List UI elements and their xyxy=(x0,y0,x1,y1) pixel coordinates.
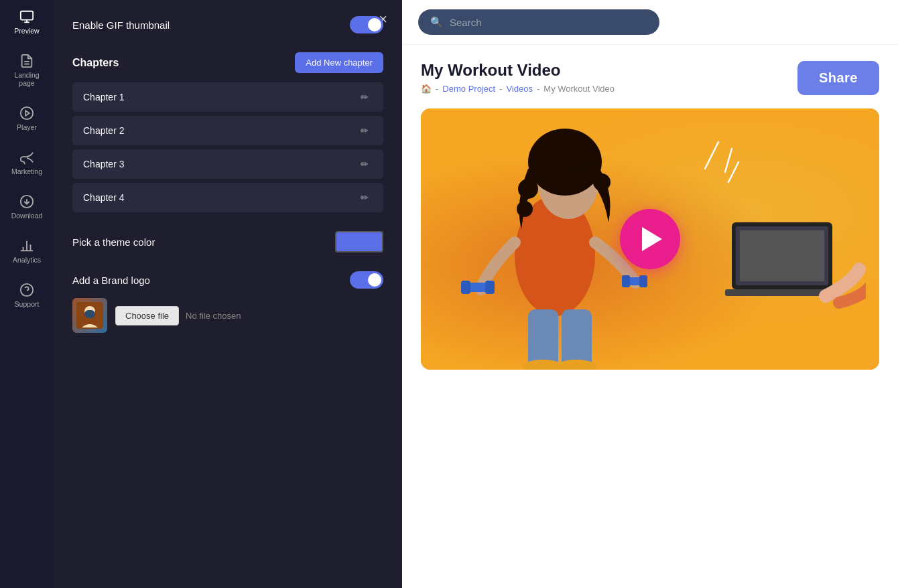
sidebar-item-label-player: Player xyxy=(17,123,37,131)
chapter-edit-button[interactable]: ✏ xyxy=(357,157,373,171)
search-box[interactable]: 🔍 xyxy=(418,9,659,35)
breadcrumb-demo-project[interactable]: Demo Project xyxy=(442,84,495,94)
gif-thumbnail-section: Enable GIF thumbnail xyxy=(72,16,383,33)
search-icon: 🔍 xyxy=(430,16,443,28)
choose-file-button[interactable]: Choose file xyxy=(115,306,179,325)
sidebar-item-download[interactable]: Download xyxy=(0,185,54,229)
main-content: 🔍 My Workout Video 🏠 - Demo Project - Vi… xyxy=(402,0,898,588)
bar-chart-icon xyxy=(19,238,34,253)
chapters-title: Chapters xyxy=(72,57,119,69)
sidebar-item-label-marketing: Marketing xyxy=(11,167,42,175)
svg-rect-29 xyxy=(639,275,647,287)
sidebar-item-label-download: Download xyxy=(11,212,43,220)
svg-rect-0 xyxy=(21,11,33,20)
page-title-group: My Workout Video 🏠 - Demo Project - Vide… xyxy=(421,61,615,94)
svg-line-40 xyxy=(728,162,739,182)
table-row: Chapter 2 ✏ xyxy=(72,116,383,145)
toggle-knob xyxy=(368,273,381,287)
brand-logo-section: Add a Brand logo Choose file No file cho… xyxy=(72,271,383,333)
sidebar-item-label-analytics: Analytics xyxy=(13,256,41,264)
sidebar-item-label-preview: Preview xyxy=(14,27,39,35)
breadcrumb-videos[interactable]: Videos xyxy=(506,84,533,94)
decoration-lines xyxy=(665,135,745,216)
svg-rect-26 xyxy=(485,281,495,294)
content-area: My Workout Video 🏠 - Demo Project - Vide… xyxy=(402,45,898,588)
play-triangle-icon xyxy=(642,227,662,251)
sidebar-item-player[interactable]: Player xyxy=(0,96,54,141)
help-circle-icon xyxy=(19,283,34,297)
megaphone-icon xyxy=(19,150,34,165)
svg-point-22 xyxy=(517,201,533,217)
breadcrumb: 🏠 - Demo Project - Videos - My Workout V… xyxy=(421,84,615,94)
sidebar-item-support[interactable]: Support xyxy=(0,273,54,317)
add-chapter-button[interactable]: Add New chapter xyxy=(295,52,383,73)
sidebar-item-label-support: Support xyxy=(15,300,40,308)
chapter-list: Chapter 1 ✏ Chapter 2 ✏ Chapter 3 ✏ Chap… xyxy=(72,82,383,212)
toggle-knob xyxy=(368,18,381,31)
chapter-edit-button[interactable]: ✏ xyxy=(357,124,373,137)
sidebar-item-landing[interactable]: Landingpage xyxy=(0,44,54,96)
play-button[interactable] xyxy=(620,209,680,269)
svg-marker-6 xyxy=(25,111,29,115)
svg-point-5 xyxy=(21,107,33,119)
svg-point-23 xyxy=(593,173,611,191)
theme-color-section: Pick a theme color xyxy=(72,231,383,252)
breadcrumb-current: My Workout Video xyxy=(543,84,615,94)
sidebar-item-marketing[interactable]: Marketing xyxy=(0,141,54,185)
page-title: My Workout Video xyxy=(421,61,615,80)
table-row: Chapter 1 ✏ xyxy=(72,82,383,112)
brand-logo-label: Add a Brand logo xyxy=(72,275,150,286)
chapters-section: Chapters Add New chapter Chapter 1 ✏ Cha… xyxy=(72,52,383,212)
brand-logo-toggle[interactable] xyxy=(350,271,383,289)
table-row: Chapter 4 ✏ xyxy=(72,183,383,212)
chapter-edit-button[interactable]: ✏ xyxy=(357,191,373,204)
sidebar-item-analytics[interactable]: Analytics xyxy=(0,229,54,273)
download-circle-icon xyxy=(19,194,34,209)
sidebar-item-preview[interactable]: Preview xyxy=(0,0,54,44)
chapter-edit-button[interactable]: ✏ xyxy=(357,90,373,104)
chapter-name: Chapter 1 xyxy=(83,92,124,102)
chapter-name: Chapter 4 xyxy=(83,192,124,203)
top-bar: 🔍 xyxy=(402,0,898,45)
gif-thumbnail-toggle[interactable] xyxy=(350,16,383,33)
svg-rect-25 xyxy=(461,281,470,294)
breadcrumb-home[interactable]: 🏠 xyxy=(421,84,432,94)
sidebar: Preview Landingpage Player Marketing Dow… xyxy=(0,0,54,588)
file-input-row: Choose file No file chosen xyxy=(115,306,241,325)
no-file-text: No file chosen xyxy=(186,311,241,321)
logo-thumbnail xyxy=(72,298,107,333)
svg-line-39 xyxy=(725,149,732,172)
svg-rect-36 xyxy=(740,230,824,281)
laptop-figure xyxy=(718,216,866,336)
theme-color-label: Pick a theme color xyxy=(72,236,155,248)
color-picker[interactable] xyxy=(335,231,383,252)
svg-rect-17 xyxy=(84,310,95,318)
play-circle-icon xyxy=(19,106,34,121)
share-button[interactable]: Share xyxy=(797,61,879,95)
search-input[interactable] xyxy=(450,17,647,28)
file-text-icon xyxy=(19,54,34,68)
svg-point-21 xyxy=(518,179,538,199)
chapter-name: Chapter 3 xyxy=(83,159,124,169)
settings-panel: × Enable GIF thumbnail Chapters Add New … xyxy=(54,0,402,588)
chapter-name: Chapter 2 xyxy=(83,125,124,136)
logo-image-icon xyxy=(76,302,103,329)
page-header: My Workout Video 🏠 - Demo Project - Vide… xyxy=(421,61,879,95)
svg-point-20 xyxy=(528,129,602,196)
monitor-icon xyxy=(19,9,34,24)
gif-thumbnail-label: Enable GIF thumbnail xyxy=(72,19,170,31)
table-row: Chapter 3 ✏ xyxy=(72,149,383,179)
svg-rect-28 xyxy=(622,275,630,287)
svg-line-38 xyxy=(705,142,718,169)
video-thumbnail[interactable] xyxy=(421,108,879,370)
sidebar-item-label-landing: Landingpage xyxy=(14,71,39,87)
